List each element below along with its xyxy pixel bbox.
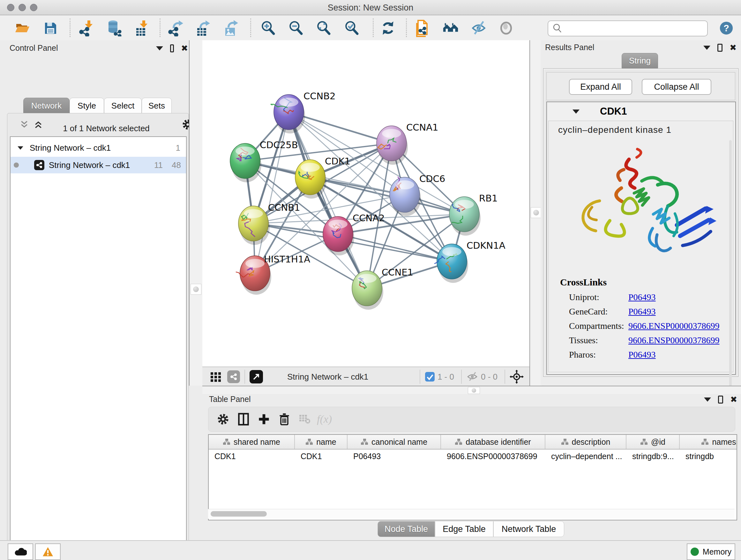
left-splitter-handle[interactable] bbox=[191, 284, 201, 295]
column-header-canonicalname[interactable]: canonical name bbox=[347, 435, 441, 449]
crosslink-link[interactable]: 9606.ENSP00000378699 bbox=[628, 321, 719, 331]
show-hidden-icon[interactable] bbox=[498, 19, 515, 37]
node-table[interactable]: shared namenamecanonical namedatabase id… bbox=[208, 434, 737, 520]
node-CCNE1[interactable] bbox=[352, 271, 383, 310]
table-horizontal-scrollbar[interactable] bbox=[208, 509, 735, 519]
column-header-name[interactable]: name bbox=[295, 435, 347, 449]
table-cell[interactable]: stringdb:9... bbox=[626, 449, 680, 463]
table-panel: Table Panel ✖ bbox=[202, 394, 741, 538]
import-network-file-icon[interactable] bbox=[78, 19, 95, 37]
table-cell[interactable]: cyclin–dependent ... bbox=[545, 449, 626, 463]
delete-trash-icon[interactable] bbox=[274, 410, 294, 428]
export-image-icon[interactable] bbox=[223, 19, 240, 37]
hide-selected-icon[interactable] bbox=[470, 19, 487, 37]
tab-network-table[interactable]: Network Table bbox=[493, 521, 564, 537]
import-table-file-icon[interactable] bbox=[133, 19, 150, 37]
table-cell[interactable]: P06493 bbox=[347, 449, 441, 463]
column-header-id[interactable]: @id bbox=[626, 435, 680, 449]
add-column-icon[interactable] bbox=[233, 410, 254, 428]
table-row[interactable]: CDK1CDK1P064939606.ENSP00000378699cyclin… bbox=[209, 449, 737, 463]
tab-edge-table[interactable]: Edge Table bbox=[435, 521, 493, 537]
edge-CCNB2-HIST1H1A[interactable] bbox=[255, 112, 289, 273]
table-cell[interactable]: stringdb bbox=[680, 449, 737, 463]
table-cell[interactable]: CDK1 bbox=[209, 449, 295, 463]
node-CCNA1[interactable] bbox=[377, 126, 408, 165]
node-CDC6[interactable] bbox=[390, 177, 421, 216]
column-header-databaseidentifier[interactable]: database identifier bbox=[441, 435, 545, 449]
panel-float-icon[interactable] bbox=[718, 395, 723, 403]
column-header-namespace[interactable]: namespace bbox=[680, 435, 737, 449]
open-in-window-icon[interactable] bbox=[250, 370, 263, 383]
network-graph[interactable]: CCNB2CCNA1CDC25BCDK1CDC6RB1CCNB1CCNA2CDK… bbox=[202, 40, 529, 367]
tab-network[interactable]: Network bbox=[23, 98, 70, 114]
node-CCNB1[interactable] bbox=[239, 206, 270, 245]
network-row-selected[interactable]: String Network – cdk1 11 48 bbox=[10, 157, 186, 173]
crosslink-link[interactable]: 9606.ENSP00000378699 bbox=[628, 335, 719, 346]
share-document-icon[interactable] bbox=[414, 19, 430, 37]
panel-float-icon[interactable] bbox=[718, 44, 723, 52]
table-cell[interactable]: 9606.ENSP00000378699 bbox=[441, 449, 545, 463]
collapse-all-button[interactable]: Collapse All bbox=[642, 79, 711, 95]
import-network-database-icon[interactable] bbox=[105, 19, 122, 37]
node-CCNA2[interactable] bbox=[323, 216, 354, 255]
help-icon[interactable]: ? bbox=[718, 19, 735, 37]
panel-close-icon[interactable]: ✖ bbox=[730, 44, 737, 52]
expand-all-button[interactable]: Expand All bbox=[569, 79, 632, 95]
network-collection-row[interactable]: String Network – cdk1 1 bbox=[10, 140, 186, 155]
warning-status-button[interactable] bbox=[35, 543, 61, 560]
table-cell[interactable]: CDK1 bbox=[295, 449, 347, 463]
crosshair-icon[interactable] bbox=[510, 370, 524, 384]
panel-menu-icon[interactable] bbox=[704, 397, 711, 401]
zoom-out-icon[interactable] bbox=[287, 19, 304, 37]
left-splitter[interactable] bbox=[189, 40, 203, 386]
tab-sets[interactable]: Sets bbox=[142, 98, 172, 114]
panel-close-icon[interactable]: ✖ bbox=[181, 44, 188, 52]
search-field[interactable] bbox=[548, 20, 708, 37]
export-network-icon[interactable] bbox=[168, 19, 185, 37]
selected-checkbox-icon[interactable] bbox=[425, 372, 435, 382]
crosslink-link[interactable]: P06493 bbox=[628, 307, 656, 317]
tab-select[interactable]: Select bbox=[104, 98, 142, 114]
horizontal-splitter[interactable] bbox=[202, 386, 741, 395]
zoom-selected-icon[interactable] bbox=[343, 19, 360, 37]
add-row-plus-icon[interactable] bbox=[254, 410, 274, 428]
open-session-icon[interactable] bbox=[14, 19, 30, 37]
network-view-canvas[interactable]: CCNB2CCNA1CDC25BCDK1CDC6RB1CCNB1CCNA2CDK… bbox=[202, 40, 529, 386]
crosslink-link[interactable]: P06493 bbox=[628, 350, 656, 360]
protein-structure-image bbox=[561, 140, 721, 268]
tab-node-table[interactable]: Node Table bbox=[378, 521, 435, 537]
node-RB1[interactable] bbox=[449, 197, 481, 236]
table-settings-gear-icon[interactable] bbox=[213, 410, 233, 428]
protein-card-header[interactable]: CDK1 bbox=[547, 102, 735, 121]
panel-menu-icon[interactable] bbox=[156, 46, 163, 51]
collapse-card-icon[interactable] bbox=[572, 110, 580, 114]
cloud-status-button[interactable] bbox=[8, 543, 33, 560]
home-gallery-icon[interactable] bbox=[442, 19, 459, 37]
save-session-icon[interactable] bbox=[42, 19, 59, 37]
collection-expand-icon[interactable] bbox=[17, 146, 23, 149]
memory-button[interactable]: Memory bbox=[687, 543, 735, 560]
zoom-fit-icon[interactable] bbox=[315, 19, 332, 37]
refresh-icon[interactable] bbox=[380, 19, 396, 37]
node-CDC25B[interactable] bbox=[230, 143, 261, 182]
scrollbar-thumb[interactable] bbox=[211, 511, 267, 516]
column-header-description[interactable]: description bbox=[545, 435, 626, 449]
panel-close-icon[interactable]: ✖ bbox=[730, 395, 737, 403]
column-header-sharedname[interactable]: shared name bbox=[209, 435, 295, 449]
arrow-curve-image-icon bbox=[223, 20, 240, 37]
zoom-in-icon[interactable] bbox=[260, 19, 276, 37]
panel-menu-icon[interactable] bbox=[703, 46, 711, 50]
tab-string[interactable]: String bbox=[622, 53, 658, 68]
horizontal-splitter-handle[interactable] bbox=[468, 387, 480, 394]
card-scrollbar[interactable] bbox=[729, 140, 732, 389]
string-panel-toggle-icon[interactable] bbox=[227, 370, 240, 383]
export-table-icon[interactable] bbox=[195, 19, 212, 37]
right-splitter-handle[interactable] bbox=[531, 207, 542, 218]
panel-float-icon[interactable] bbox=[170, 44, 174, 52]
birdseye-grid-icon[interactable] bbox=[210, 371, 221, 382]
crosslink-link[interactable]: P06493 bbox=[628, 292, 656, 302]
hidden-eye-slash-icon[interactable] bbox=[466, 371, 478, 382]
tab-style[interactable]: Style bbox=[70, 98, 104, 114]
search-input[interactable] bbox=[565, 22, 707, 35]
node-CDK1[interactable] bbox=[295, 160, 327, 199]
